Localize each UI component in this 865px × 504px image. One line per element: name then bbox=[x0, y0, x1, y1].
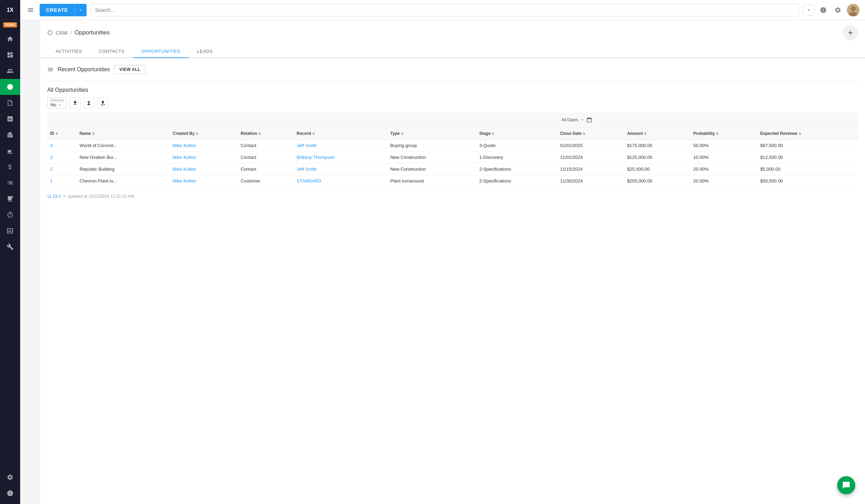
cell-name: Chevron Plant tu... bbox=[77, 175, 170, 187]
col-header-stage[interactable]: Stage ⇅ bbox=[476, 128, 557, 140]
id-link[interactable]: 2 bbox=[50, 166, 52, 172]
created-by-link[interactable]: Mike Kolker bbox=[173, 143, 196, 148]
create-button[interactable]: CREATE bbox=[40, 4, 74, 16]
search-input[interactable] bbox=[91, 4, 799, 16]
info-button[interactable] bbox=[818, 5, 829, 16]
date-filter-spacer bbox=[47, 113, 557, 128]
cell-id: 2 bbox=[47, 163, 77, 175]
created-by-link[interactable]: Mike Kolker bbox=[173, 166, 196, 172]
col-header-expected-revenue[interactable]: Expected Revenue ⇅ bbox=[758, 128, 858, 140]
view-all-button[interactable]: VIEW ALL bbox=[114, 65, 146, 74]
create-button-group: CREATE bbox=[40, 4, 87, 16]
sidebar-item-building[interactable] bbox=[0, 127, 20, 143]
people-icon bbox=[7, 67, 14, 74]
billing-icon bbox=[7, 163, 14, 170]
col-header-relation[interactable]: Relation ⇅ bbox=[238, 128, 294, 140]
date-filter-cell: All Dates bbox=[557, 113, 690, 128]
cell-expected-revenue: $87,500.00 bbox=[758, 140, 858, 152]
settings-button[interactable] bbox=[832, 5, 843, 16]
cell-probability: 20.00% bbox=[690, 175, 758, 187]
created-by-link[interactable]: Mike Kolker bbox=[173, 178, 196, 184]
topbar-settings-icon bbox=[834, 7, 841, 14]
cell-type: New Construction bbox=[388, 152, 477, 163]
id-link[interactable]: 4 bbox=[50, 143, 52, 148]
sidebar-item-reports[interactable] bbox=[0, 223, 20, 239]
topbar-dropdown-button[interactable] bbox=[803, 5, 814, 16]
sidebar-item-people[interactable] bbox=[0, 63, 20, 79]
deleted-filter-label: Deleted No bbox=[47, 97, 67, 108]
sidebar-item-tools[interactable] bbox=[0, 239, 20, 255]
sidebar-item-timer[interactable] bbox=[0, 207, 20, 223]
topbar-info-icon bbox=[820, 7, 827, 14]
id-link[interactable]: 3 bbox=[50, 155, 52, 160]
created-by-link[interactable]: Mike Kolker bbox=[173, 155, 196, 160]
sidebar-item-documents[interactable] bbox=[0, 95, 20, 111]
demo-badge: DEMO bbox=[3, 22, 17, 27]
col-header-created-by[interactable]: Created By ⇅ bbox=[170, 128, 238, 140]
export-button[interactable] bbox=[70, 97, 81, 108]
sidebar-item-analytics[interactable] bbox=[0, 111, 20, 127]
tab-activities[interactable]: ACTIVITIES bbox=[47, 45, 90, 58]
hamburger-button[interactable] bbox=[26, 5, 35, 15]
cell-relation: Contact bbox=[238, 140, 294, 152]
cell-record: Jeff Smith bbox=[294, 140, 387, 152]
dashboard-icon bbox=[7, 51, 14, 58]
analytics-icon bbox=[7, 115, 14, 122]
date-filter-row: All Dates bbox=[47, 113, 858, 128]
tab-leads[interactable]: LEADS bbox=[189, 45, 221, 58]
breadcrumb: CRM / Opportunities bbox=[47, 29, 110, 36]
add-button[interactable]: + bbox=[843, 25, 858, 40]
sidebar-item-info[interactable] bbox=[7, 485, 14, 501]
deleted-value[interactable]: No bbox=[50, 102, 56, 107]
cell-close-date: 11/30/2024 bbox=[557, 175, 624, 187]
table-row: 2 Republic Building Mike Kolker Contact … bbox=[47, 163, 858, 175]
col-header-type[interactable]: Type ⇅ bbox=[388, 128, 477, 140]
tab-contacts[interactable]: CONTACTS bbox=[90, 45, 133, 58]
col-header-id[interactable]: ID ⇅ bbox=[47, 128, 77, 140]
create-dropdown-button[interactable] bbox=[74, 4, 87, 16]
sidebar-item-crm[interactable] bbox=[0, 79, 20, 95]
table-wrapper: All Dates ID ⇅ bbox=[47, 113, 858, 187]
all-opps-title: All Opportunities bbox=[47, 87, 858, 93]
sidebar-item-home[interactable] bbox=[0, 31, 20, 47]
import-button[interactable] bbox=[97, 97, 108, 108]
section-divider bbox=[47, 81, 858, 81]
sidebar-item-factory[interactable] bbox=[0, 143, 20, 159]
sidebar-item-list[interactable] bbox=[0, 175, 20, 191]
chat-fab[interactable] bbox=[837, 476, 855, 494]
document-icon bbox=[7, 99, 14, 106]
col-header-record[interactable]: Record ⇅ bbox=[294, 128, 387, 140]
sidebar: 1X DEMO bbox=[0, 0, 20, 504]
sort-icon-expected-revenue: ⇅ bbox=[799, 132, 801, 136]
col-header-close-date[interactable]: Close Date ⇅ bbox=[557, 128, 624, 140]
main-content: CRM / Opportunities + ACTIVITIES CONTACT… bbox=[40, 20, 865, 504]
sidebar-item-dashboard[interactable] bbox=[0, 47, 20, 63]
list-icon bbox=[7, 179, 14, 186]
col-header-name[interactable]: Name ⇅ bbox=[77, 128, 170, 140]
sort-icon-created-by: ⇅ bbox=[196, 132, 199, 136]
tab-opportunities[interactable]: OPPORTUNITIES bbox=[133, 45, 188, 58]
sidebar-item-settings[interactable] bbox=[7, 469, 14, 485]
version-number[interactable]: v1.19.1 bbox=[47, 194, 61, 199]
col-header-probability[interactable]: Probability ⇅ bbox=[690, 128, 758, 140]
chevron-down-icon bbox=[78, 8, 83, 13]
user-avatar[interactable] bbox=[847, 4, 859, 16]
cell-relation: Customer bbox=[238, 175, 294, 187]
calendar-icon[interactable] bbox=[587, 117, 592, 123]
breadcrumb-section[interactable]: CRM bbox=[56, 30, 67, 36]
record-link[interactable]: Brittany Thompson bbox=[297, 155, 334, 160]
cell-amount: $125,000.00 bbox=[624, 152, 690, 163]
record-link[interactable]: STANDARD bbox=[297, 178, 321, 184]
cell-stage: 2-Specifications bbox=[476, 163, 557, 175]
cell-id: 4 bbox=[47, 140, 77, 152]
col-header-amount[interactable]: Amount ⇅ bbox=[624, 128, 690, 140]
aggregate-button[interactable]: Σ bbox=[83, 97, 95, 108]
table-row: 3 New Ovation Bui... Mike Kolker Contact… bbox=[47, 152, 858, 163]
sidebar-item-storage[interactable] bbox=[0, 191, 20, 207]
sidebar-item-billing[interactable] bbox=[0, 159, 20, 175]
app-logo: 1X bbox=[0, 0, 20, 20]
all-dates-label[interactable]: All Dates bbox=[561, 117, 578, 122]
record-link[interactable]: Jeff Smith bbox=[297, 143, 317, 148]
record-link[interactable]: Jeff Smith bbox=[297, 166, 317, 172]
id-link[interactable]: 1 bbox=[50, 178, 52, 184]
